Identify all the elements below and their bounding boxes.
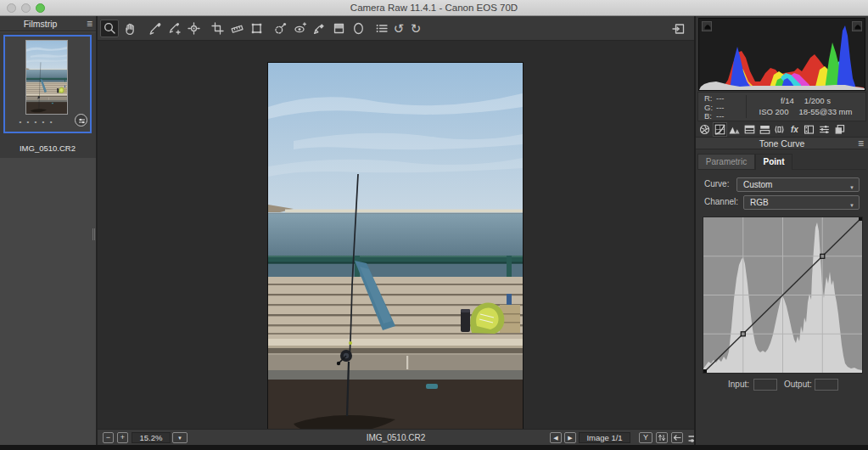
copy-settings-button[interactable] [671,432,683,443]
highlight-clipping-button[interactable] [852,21,862,31]
output-field[interactable] [815,379,838,391]
toolbar: ↺ ↻ [98,16,694,41]
chevron-down-icon: ▼ [849,182,854,194]
preview-toggle-button[interactable]: Y [639,432,652,443]
curve-point [820,254,825,258]
chevron-down-icon: ▼ [849,200,854,212]
color-sampler-tool[interactable] [165,20,183,37]
tab-basic[interactable] [697,122,713,137]
tab-point[interactable]: Point [755,154,792,170]
tone-curve-menu-icon[interactable]: ≡ [858,138,864,149]
image-counter-field: Image 1/1 [579,432,630,443]
next-image-button[interactable]: ▶ [564,432,576,443]
tab-snapshots[interactable] [832,122,847,137]
thumbnail-filename: IMG_0510.CR2 [5,143,90,153]
title-bar: Camera Raw 11.4.1 - Canon EOS 70D [0,0,868,16]
tab-detail[interactable] [727,122,742,137]
output-label: Output: [784,380,812,389]
adjustments-panel: R:--- G:--- B:--- f/141/200 s ISO 20018-… [694,16,868,445]
tone-curve-title: Tone Curve [696,138,868,149]
preferences-icon[interactable] [372,20,390,37]
rotate-left-button[interactable]: ↺ [389,20,408,37]
targeted-adjustment-tool[interactable] [184,20,203,37]
b-value: --- [716,112,738,121]
exif-readout: f/141/200 s ISO 20018-55@33 mm [749,95,862,117]
channel-row: Channel: RGB ▼ [704,197,865,211]
rgb-histogram [698,18,865,91]
filmstrip-body: • • • • • IMG_0510.CR2 [0,32,96,158]
shutter-value: 1/200 s [804,95,831,106]
curve-point [703,369,707,373]
curve-label: Curve: [704,179,729,188]
tab-lens-corrections[interactable] [772,122,787,137]
tone-curve-graph[interactable] [703,217,863,374]
filmstrip-thumbnail-selected[interactable]: • • • • • IMG_0510.CR2 [3,35,92,133]
tab-hsl-grayscale[interactable] [742,122,758,137]
filmstrip-header: Filmstrip ≡ [0,16,96,31]
curve-row: Curve: Custom ▼ [704,179,865,194]
exif-info-box: R:--- G:--- B:--- f/141/200 s ISO 20018-… [697,92,866,121]
tab-presets[interactable] [817,122,832,137]
channel-label: Channel: [704,197,738,206]
curve-select[interactable]: Custom ▼ [736,177,860,192]
bottom-bar: − + 15.2% ▼ IMG_0510.CR2 ◀ ▶ Image 1/1 Y [98,429,694,445]
adjustment-badge-icon [75,114,87,127]
previous-image-button[interactable]: ◀ [550,432,562,443]
iso-value: ISO 200 [759,106,789,117]
tab-effects[interactable]: fx [787,122,803,137]
tab-parametric[interactable]: Parametric [697,154,755,170]
shadow-clipping-button[interactable] [702,21,712,31]
rating-dots[interactable]: • • • • • [5,118,68,126]
filmstrip-menu-icon[interactable]: ≡ [87,19,92,29]
curve-point [741,332,745,336]
straighten-tool[interactable] [227,20,246,37]
rotate-right-button[interactable]: ↻ [406,20,425,37]
graduated-filter-tool[interactable] [329,20,348,37]
tab-tone-curve[interactable] [713,122,728,137]
window-bottom-edge [0,445,868,450]
aperture-value: f/14 [781,95,794,106]
panel-tab-strip: fx [697,122,867,137]
filmstrip-resize-handle[interactable] [92,228,95,240]
adjustment-brush-tool[interactable] [310,20,328,37]
fullscreen-toggle-icon[interactable] [670,20,687,37]
radial-filter-tool[interactable] [349,20,367,37]
input-field[interactable] [753,379,777,391]
spot-removal-tool[interactable] [271,20,289,37]
preview-canvas[interactable] [98,42,694,429]
hand-tool[interactable] [120,20,139,37]
white-balance-tool[interactable] [145,20,164,37]
crop-tool[interactable] [208,20,227,37]
transform-tool[interactable] [247,20,266,37]
filmstrip-panel: Filmstrip ≡ • • • • • IMG_0510.CR2 [0,16,98,445]
rgb-readout: R:--- G:--- B:--- [704,94,738,121]
swap-before-after-button[interactable] [656,432,668,443]
thumbnail-image[interactable] [25,40,68,115]
r-value: --- [716,94,738,104]
lens-value: 18-55@33 mm [798,106,852,117]
input-output-row: Input: Output: [696,379,868,391]
window-title: Camera Raw 11.4.1 - Canon EOS 70D [0,3,868,13]
filmstrip-title: Filmstrip [0,19,81,29]
curve-point [859,217,862,221]
tone-curve-tabs: Parametric Point [697,154,866,170]
red-eye-tool[interactable] [290,20,309,37]
zoom-tool[interactable] [100,20,119,37]
channel-select[interactable]: RGB ▼ [743,195,860,210]
tab-split-toning[interactable] [757,122,772,137]
main-area: ↺ ↻ − + 15.2% ▼ IMG_0510.CR2 ◀ ▶ Image 1… [98,16,694,445]
input-label: Input: [728,380,749,389]
camera-raw-window: Camera Raw 11.4.1 - Canon EOS 70D Filmst… [0,0,868,450]
tone-curve-header: Tone Curve ≡ [696,137,868,149]
photo-preview[interactable] [268,63,523,441]
tab-camera-calibration[interactable] [802,122,817,137]
